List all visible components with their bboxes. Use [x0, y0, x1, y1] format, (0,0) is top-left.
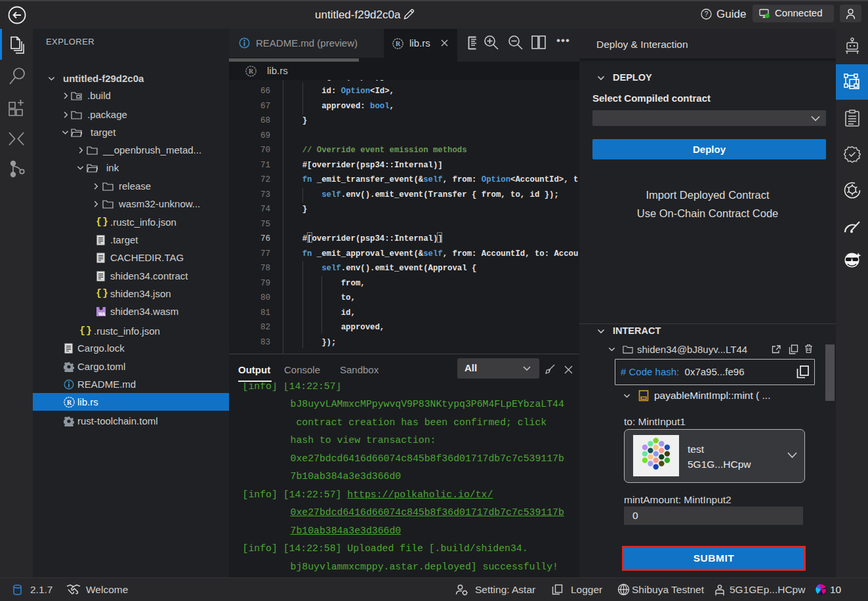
svg-text:R: R [249, 68, 254, 75]
svg-text:?: ? [705, 10, 709, 18]
svg-text:R: R [396, 40, 401, 47]
svg-text:R: R [67, 398, 72, 405]
svg-text:WA: WA [98, 311, 106, 316]
